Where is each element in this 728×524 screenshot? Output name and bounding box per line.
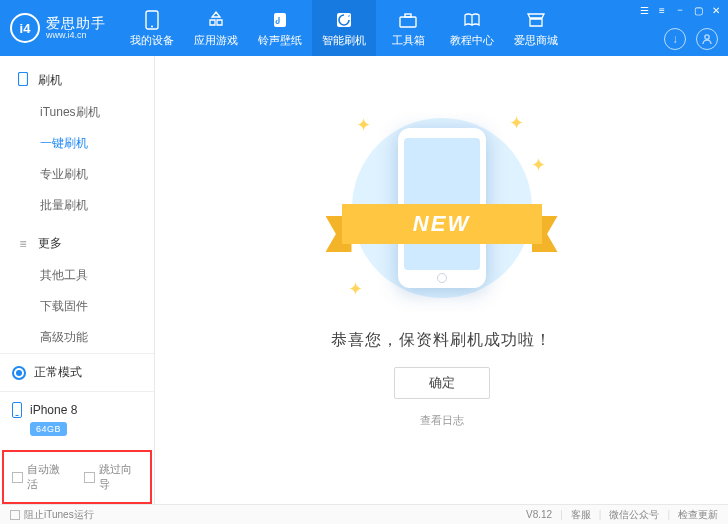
footer-link-update[interactable]: 检查更新 [678, 508, 718, 522]
footer-link-support[interactable]: 客服 [571, 508, 591, 522]
nav-smart-flash[interactable]: 智能刷机 [312, 0, 376, 56]
success-illustration: ✦ ✦ ✦ ✦ NEW [342, 108, 542, 308]
sidebar-item-itunes-flash[interactable]: iTunes刷机 [0, 97, 154, 128]
close-icon[interactable]: ✕ [710, 4, 722, 16]
toolbox-icon [398, 9, 418, 31]
view-log-link[interactable]: 查看日志 [420, 413, 464, 428]
checkbox-icon [10, 510, 20, 520]
app-name: 爱思助手 [46, 16, 106, 30]
sparkle-icon: ✦ [531, 154, 546, 176]
book-icon [463, 9, 481, 31]
nav-label: 应用游戏 [194, 33, 238, 48]
device-panel[interactable]: iPhone 8 64GB [0, 391, 154, 446]
mode-indicator[interactable]: 正常模式 [0, 353, 154, 391]
mode-label: 正常模式 [34, 364, 82, 381]
sidebar-item-onekey-flash[interactable]: 一键刷机 [0, 128, 154, 159]
highlighted-options: 自动激活 跳过向导 [2, 450, 152, 504]
nav-label: 铃声壁纸 [258, 33, 302, 48]
ribbon-label: NEW [342, 204, 542, 244]
download-icon[interactable]: ↓ [664, 28, 686, 50]
footer-link-wechat[interactable]: 微信公众号 [609, 508, 659, 522]
nav-ringtones[interactable]: 铃声壁纸 [248, 0, 312, 56]
nav-my-device[interactable]: 我的设备 [120, 0, 184, 56]
more-icon: ≡ [16, 237, 30, 251]
menu-icon[interactable]: ≡ [656, 4, 668, 16]
svg-point-6 [705, 35, 709, 39]
checkbox-label: 跳过向导 [99, 462, 142, 492]
user-icon[interactable] [696, 28, 718, 50]
status-bar: 阻止iTunes运行 V8.12 | 客服 | 微信公众号 | 检查更新 [0, 504, 728, 524]
checkbox-block-itunes[interactable]: 阻止iTunes运行 [10, 508, 94, 522]
nav-tutorials[interactable]: 教程中心 [440, 0, 504, 56]
sidebar-item-pro-flash[interactable]: 专业刷机 [0, 159, 154, 190]
skin-icon[interactable]: ☰ [638, 4, 650, 16]
svg-rect-2 [274, 13, 286, 27]
sidebar-item-other-tools[interactable]: 其他工具 [0, 260, 154, 291]
svg-rect-7 [19, 73, 28, 86]
checkbox-label: 阻止iTunes运行 [24, 508, 94, 522]
device-icon [12, 402, 22, 418]
sidebar: 刷机 iTunes刷机 一键刷机 专业刷机 批量刷机 ≡ 更多 其他工具 下载固… [0, 56, 155, 504]
svg-rect-5 [405, 14, 411, 17]
sparkle-icon: ✦ [356, 114, 371, 136]
mode-dot-icon [12, 366, 26, 380]
music-icon [271, 9, 289, 31]
nav-label: 工具箱 [392, 33, 425, 48]
nav-apps-games[interactable]: 应用游戏 [184, 0, 248, 56]
logo-icon: i4 [10, 13, 40, 43]
app-site: www.i4.cn [46, 30, 106, 40]
checkbox-label: 自动激活 [27, 462, 70, 492]
minimize-icon[interactable]: － [674, 4, 686, 16]
top-nav: 我的设备 应用游戏 铃声壁纸 智能刷机 工具箱 教程中心 爱思商城 [120, 0, 568, 56]
app-header: i4 爱思助手 www.i4.cn 我的设备 应用游戏 铃声壁纸 智能刷机 工具… [0, 0, 728, 56]
flash-icon [335, 9, 353, 31]
capacity-badge: 64GB [30, 422, 67, 436]
nav-label: 智能刷机 [322, 33, 366, 48]
store-icon [526, 9, 546, 31]
sidebar-item-batch-flash[interactable]: 批量刷机 [0, 190, 154, 221]
sidebar-group-title: 刷机 [38, 72, 62, 89]
checkbox-auto-activate[interactable]: 自动激活 [12, 462, 70, 492]
device-name: iPhone 8 [30, 403, 77, 417]
sidebar-item-advanced[interactable]: 高级功能 [0, 322, 154, 353]
sparkle-icon: ✦ [348, 278, 363, 300]
sidebar-group-flash: 刷机 [0, 68, 154, 93]
version-label: V8.12 [526, 509, 552, 520]
window-controls: ☰ ≡ － ▢ ✕ [638, 4, 722, 16]
nav-label: 我的设备 [130, 33, 174, 48]
phone-icon [145, 9, 159, 31]
new-ribbon: NEW [332, 204, 552, 252]
nav-label: 教程中心 [450, 33, 494, 48]
main-panel: ✦ ✦ ✦ ✦ NEW 恭喜您，保资料刷机成功啦！ 确定 查看日志 [155, 56, 728, 504]
confirm-button[interactable]: 确定 [394, 367, 490, 399]
nav-store[interactable]: 爱思商城 [504, 0, 568, 56]
maximize-icon[interactable]: ▢ [692, 4, 704, 16]
nav-label: 爱思商城 [514, 33, 558, 48]
checkbox-icon [84, 472, 95, 483]
phone-icon [16, 72, 30, 89]
checkbox-icon [12, 472, 23, 483]
logo: i4 爱思助手 www.i4.cn [0, 0, 120, 56]
svg-rect-4 [400, 17, 416, 27]
apps-icon [207, 9, 225, 31]
checkbox-skip-wizard[interactable]: 跳过向导 [84, 462, 142, 492]
sidebar-item-download-fw[interactable]: 下载固件 [0, 291, 154, 322]
sidebar-group-more: ≡ 更多 [0, 231, 154, 256]
sidebar-group-title: 更多 [38, 235, 62, 252]
sparkle-icon: ✦ [509, 112, 524, 134]
success-message: 恭喜您，保资料刷机成功啦！ [331, 330, 552, 351]
nav-toolbox[interactable]: 工具箱 [376, 0, 440, 56]
svg-point-1 [151, 25, 153, 27]
